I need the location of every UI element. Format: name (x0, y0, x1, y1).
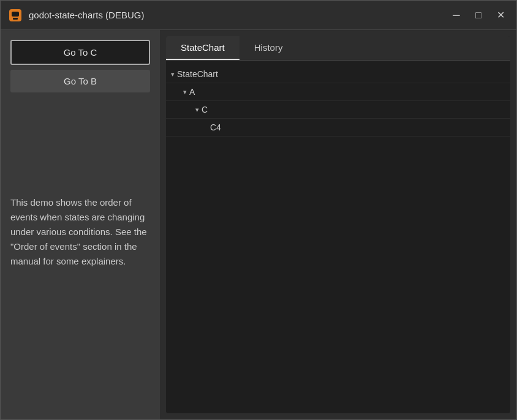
tree-arrow-c: ▾ (195, 106, 199, 114)
tree-arrow-statechart: ▾ (171, 70, 175, 78)
app-window: godot-state-charts (DEBUG) ─ □ ✕ Go To C… (0, 0, 517, 420)
tree-label-c4: C4 (210, 122, 505, 132)
tree-view[interactable]: ▾ StateChart ▾ A ▾ C C4 (166, 61, 510, 413)
tab-statechart[interactable]: StateChart (166, 36, 240, 60)
right-panel: StateChart History ▾ StateChart ▾ A ▾ (166, 36, 510, 413)
tree-item-c[interactable]: ▾ C (166, 101, 510, 119)
title-bar: godot-state-charts (DEBUG) ─ □ ✕ (1, 1, 516, 30)
goto-c-button[interactable]: Go To C (10, 40, 150, 65)
close-button[interactable]: ✕ (492, 7, 509, 24)
tree-label-c: C (202, 105, 505, 114)
tab-history[interactable]: History (240, 36, 298, 60)
tree-item-statechart[interactable]: ▾ StateChart (166, 66, 510, 83)
svg-rect-1 (12, 12, 19, 17)
window-controls: ─ □ ✕ (448, 7, 509, 24)
description-text: This demo shows the order of events when… (10, 195, 150, 269)
tab-bar: StateChart History (166, 36, 510, 61)
svg-rect-2 (13, 18, 18, 20)
goto-b-button[interactable]: Go To B (10, 70, 150, 92)
maximize-button[interactable]: □ (470, 7, 487, 24)
minimize-button[interactable]: ─ (448, 7, 465, 24)
tree-item-c4[interactable]: C4 (166, 119, 510, 137)
tree-label-a: A (189, 87, 505, 97)
tree-label-statechart: StateChart (177, 69, 505, 79)
main-content: Go To C Go To B This demo shows the orde… (1, 30, 516, 419)
tree-item-a[interactable]: ▾ A (166, 83, 510, 101)
tree-arrow-a: ▾ (183, 88, 187, 96)
app-icon (8, 8, 23, 23)
window-title: godot-state-charts (DEBUG) (29, 10, 448, 20)
left-panel: Go To C Go To B This demo shows the orde… (1, 30, 160, 419)
